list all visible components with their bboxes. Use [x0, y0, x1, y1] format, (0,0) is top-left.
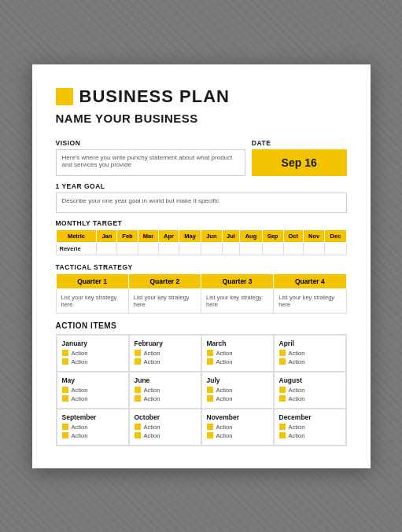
list-item: Action	[279, 424, 341, 431]
action-dot-icon	[279, 358, 286, 365]
monthly-col-header: Metric	[56, 229, 97, 242]
monthly-cell[interactable]	[179, 242, 201, 255]
action-dot-icon	[207, 432, 213, 438]
vision-block: VISION Here's where you write punchy sta…	[56, 133, 245, 176]
tactical-strategy-item[interactable]: List your key strategy here	[128, 288, 201, 313]
date-value: Sep 16	[252, 149, 347, 176]
list-item: Action	[62, 432, 124, 439]
monthly-col-header: Nov	[303, 229, 325, 242]
action-month-name: August	[279, 376, 341, 384]
list-item: Action	[279, 350, 341, 357]
monthly-cell[interactable]	[97, 242, 117, 255]
action-dot-icon	[135, 358, 141, 365]
action-dot-icon	[135, 432, 141, 438]
action-dot-icon	[135, 350, 141, 356]
action-month-name: February	[135, 339, 196, 347]
monthly-cell[interactable]	[325, 242, 346, 255]
action-dot-icon	[279, 350, 286, 356]
list-item: Action	[135, 424, 196, 431]
action-month-cell: SeptemberActionAction	[57, 409, 129, 446]
monthly-col-header: May	[179, 229, 201, 242]
action-dot-icon	[279, 395, 286, 402]
list-item: Action	[279, 395, 341, 402]
list-item: Action	[135, 432, 196, 439]
action-month-cell: AugustActionAction	[274, 372, 346, 409]
action-dot-icon	[279, 432, 286, 438]
monthly-cell[interactable]	[303, 242, 325, 255]
tactical-strategy-item[interactable]: List your key strategy here	[56, 288, 128, 313]
monthly-col-header: Jun	[201, 229, 222, 242]
action-dot-icon	[207, 358, 213, 365]
action-item-label: Action	[216, 432, 233, 439]
action-item-label: Action	[289, 424, 305, 431]
action-month-cell: NovemberActionAction	[201, 409, 274, 446]
page: BUSINESS PLAN NAME YOUR BUSINESS VISION …	[32, 64, 371, 468]
list-item: Action	[62, 350, 124, 357]
action-month-cell: DecemberActionAction	[274, 409, 346, 446]
list-item: Action	[135, 350, 196, 357]
vision-date-row: VISION Here's where you write punchy sta…	[56, 133, 347, 176]
date-block: DATE Sep 16	[252, 133, 347, 176]
monthly-table: MetricJanFebMarAprMayJunJulAugSepOctNovD…	[56, 229, 347, 255]
goal-input[interactable]: Describe your one year goal in world but…	[56, 193, 347, 213]
action-item-label: Action	[216, 387, 233, 394]
tactical-strategy-item[interactable]: List your key strategy here	[274, 288, 346, 313]
monthly-col-header: Apr	[159, 229, 179, 242]
action-dot-icon	[62, 387, 68, 393]
date-label: DATE	[252, 139, 347, 147]
action-item-label: Action	[216, 424, 233, 431]
action-dot-icon	[62, 432, 68, 438]
list-item: Action	[62, 424, 124, 431]
action-item-label: Action	[72, 424, 88, 431]
action-item-label: Action	[72, 358, 88, 365]
tactical-quarter-header: Quarter 1	[56, 273, 128, 288]
list-item: Action	[207, 387, 268, 394]
monthly-cell[interactable]	[159, 242, 179, 255]
monthly-col-header: Sep	[262, 229, 283, 242]
action-month-name: May	[62, 376, 124, 384]
action-dot-icon	[135, 395, 141, 402]
action-item-label: Action	[216, 350, 233, 357]
action-month-name: March	[207, 339, 268, 347]
action-item-label: Action	[144, 350, 160, 357]
tactical-table: Quarter 1Quarter 2Quarter 3Quarter 4 Lis…	[56, 273, 347, 314]
monthly-metric: Reverie	[56, 242, 97, 255]
monthly-cell[interactable]	[222, 242, 240, 255]
tactical-strategy-item[interactable]: List your key strategy here	[201, 288, 274, 313]
list-item: Action	[279, 432, 341, 439]
action-month-cell: MarchActionAction	[201, 335, 274, 372]
monthly-cell[interactable]	[138, 242, 158, 255]
action-dot-icon	[207, 350, 213, 356]
action-item-label: Action	[144, 432, 160, 439]
monthly-cell[interactable]	[240, 242, 262, 255]
monthly-cell[interactable]	[201, 242, 222, 255]
vision-input[interactable]: Here's where you write punchy statement …	[56, 149, 245, 176]
action-dot-icon	[62, 350, 68, 356]
monthly-cell[interactable]	[283, 242, 303, 255]
list-item: Action	[135, 387, 196, 394]
action-item-label: Action	[289, 387, 305, 394]
action-month-cell: AprilActionAction	[274, 335, 346, 372]
monthly-col-header: Aug	[240, 229, 262, 242]
list-item: Action	[62, 395, 124, 402]
action-dot-icon	[62, 424, 68, 430]
monthly-cell[interactable]	[117, 242, 138, 255]
action-month-cell: FebruaryActionAction	[129, 335, 201, 372]
monthly-col-header: Dec	[325, 229, 346, 242]
action-grid: JanuaryActionActionFebruaryActionActionM…	[56, 334, 347, 446]
action-month-name: October	[135, 413, 196, 421]
action-item-label: Action	[289, 358, 305, 365]
goal-label: 1 YEAR GOAL	[56, 182, 347, 190]
action-item-label: Action	[72, 387, 88, 394]
action-item-label: Action	[72, 432, 88, 439]
action-month-name: April	[279, 339, 341, 347]
action-dot-icon	[135, 387, 141, 393]
action-item-label: Action	[144, 387, 160, 394]
monthly-cell[interactable]	[262, 242, 283, 255]
action-item-label: Action	[144, 424, 160, 431]
action-month-name: November	[207, 413, 268, 421]
action-item-label: Action	[289, 432, 305, 439]
action-dot-icon	[62, 358, 68, 365]
action-month-cell: JanuaryActionAction	[57, 335, 129, 372]
tactical-quarter-header: Quarter 4	[274, 273, 346, 288]
